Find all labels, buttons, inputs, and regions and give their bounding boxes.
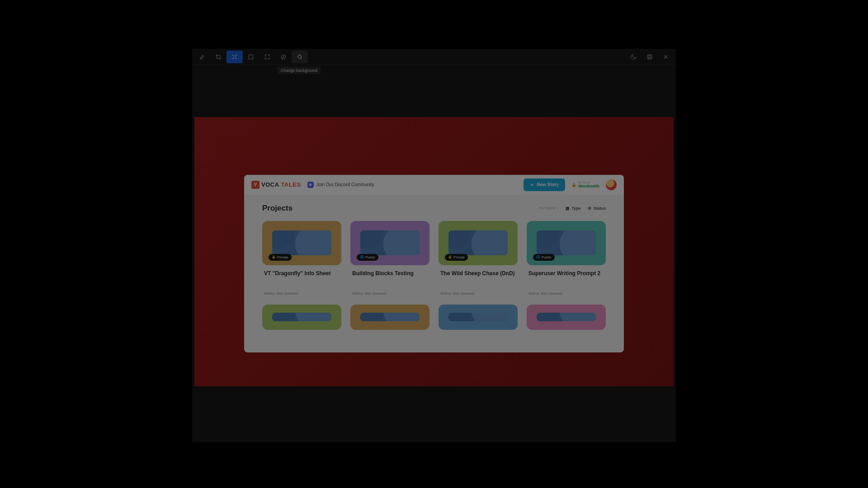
lock-icon: 🔒 [448, 255, 452, 259]
project-card[interactable] [350, 305, 429, 330]
project-card[interactable]: 🌐Public Superuser Writing Prompt 2 Autho… [527, 221, 606, 296]
project-card[interactable] [527, 305, 606, 330]
filter-type[interactable]: ▦ Type [566, 206, 580, 211]
discord-link[interactable]: ◉ Join Our Discord Community [307, 182, 374, 188]
filters-label: FILTERS > [538, 206, 558, 210]
projects-grid: 🔒Private VT "Dragonfly" Info Sheet Autho… [262, 221, 606, 330]
card-thumbnail [527, 305, 606, 330]
visibility-badge: 🔒Private [445, 254, 468, 261]
card-author: Author: Alex Andrews [264, 291, 340, 296]
project-card[interactable]: 🔒Private The Wild Sheep Chase (DnD) Auth… [439, 221, 518, 296]
canvas-area[interactable]: V VOCATALES ◉ Join Our Discord Community… [192, 65, 676, 442]
page-title: Projects [262, 204, 292, 213]
svg-rect-2 [647, 55, 651, 59]
background-layer: V VOCATALES ◉ Join Our Discord Community… [194, 117, 674, 386]
card-thumbnail [439, 305, 518, 330]
logo-icon: V [251, 181, 259, 189]
project-card[interactable]: 🔒Private VT "Dragonfly" Info Sheet Autho… [262, 221, 341, 296]
new-story-button[interactable]: ＋ New Story [524, 178, 565, 191]
card-author: Author: Alex Andrews [440, 291, 516, 296]
visibility-badge: 🌐Public [533, 254, 555, 261]
svg-rect-0 [249, 55, 253, 59]
card-title: VT "Dragonfly" Info Sheet [264, 270, 340, 285]
logo-text-tales: TALES [281, 181, 301, 188]
card-thumbnail [262, 305, 341, 330]
globe-icon: 🌐 [536, 255, 540, 259]
discord-icon: ◉ [307, 182, 314, 188]
crop-tool[interactable] [210, 51, 226, 63]
plan-name: Wordsmith [578, 184, 599, 188]
card-title: Superuser Writing Prompt 2 [528, 270, 604, 285]
change-background-tool[interactable] [292, 51, 308, 63]
project-card[interactable] [262, 305, 341, 330]
plus-icon: ＋ [530, 182, 534, 188]
filters: FILTERS > ▦ Type ⚙ Status [538, 206, 606, 211]
card-thumbnail: 🌐Public [527, 221, 606, 265]
card-title: Building Blocks Testing [352, 270, 428, 285]
annotate-tool[interactable] [194, 51, 210, 63]
globe-icon: 🌐 [360, 255, 364, 259]
theme-toggle[interactable] [625, 51, 642, 63]
editor-toolbar: Change background [192, 49, 676, 65]
embedded-app-screenshot: V VOCATALES ◉ Join Our Discord Community… [244, 175, 624, 352]
frame-tool[interactable] [243, 51, 259, 63]
app-header: V VOCATALES ◉ Join Our Discord Community… [244, 175, 624, 195]
tooltip-change-background: Change background [278, 67, 321, 74]
visibility-badge: 🌐Public [357, 254, 378, 261]
project-card[interactable] [439, 305, 518, 330]
lock-icon: 🔒 [272, 255, 276, 259]
project-card[interactable]: 🌐Public Building Blocks Testing Author: … [350, 221, 429, 296]
sliders-icon: ⚙ [588, 206, 591, 211]
new-story-label: New Story [537, 182, 559, 187]
card-author: Author: Alex Andrews [528, 291, 604, 296]
card-thumbnail [350, 305, 429, 330]
expand-tool[interactable] [259, 51, 275, 63]
card-author: Author: Alex Andrews [352, 291, 428, 296]
card-title: The Wild Sheep Chase (DnD) [440, 270, 516, 285]
lock-icon: 🔒 [571, 183, 576, 187]
plan-badge[interactable]: 🔒 MY PLAN Wordsmith [571, 181, 599, 188]
image-editor-window: Change background V VOCATALES ◉ Join Our… [192, 49, 676, 442]
app-body: Projects FILTERS > ▦ Type ⚙ Status [244, 195, 624, 352]
card-thumbnail: 🌐Public [350, 221, 429, 265]
grid-icon: ▦ [566, 206, 570, 211]
logo-text-voca: VOCA [261, 181, 279, 188]
card-thumbnail: 🔒Private [439, 221, 518, 265]
close-button[interactable] [658, 51, 674, 63]
visibility-badge: 🔒Private [269, 254, 292, 261]
resize-tool[interactable] [226, 51, 243, 63]
discord-label: Join Our Discord Community [316, 182, 374, 187]
card-thumbnail: 🔒Private [262, 221, 341, 265]
app-logo[interactable]: V VOCATALES [251, 181, 301, 189]
filter-status[interactable]: ⚙ Status [588, 206, 606, 211]
none-tool[interactable] [275, 51, 292, 63]
avatar[interactable] [606, 179, 617, 190]
save-button[interactable] [642, 51, 658, 63]
